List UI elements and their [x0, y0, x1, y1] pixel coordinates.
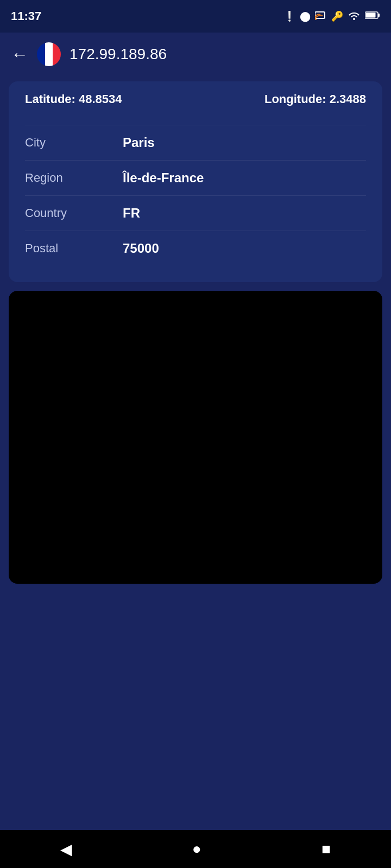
circle-icon: ⬤ [300, 10, 311, 22]
ip-address: 172.99.189.86 [70, 46, 167, 63]
region-row: Region Île-de-France [25, 160, 366, 195]
svg-point-1 [315, 18, 317, 20]
battery-icon [365, 11, 380, 22]
back-button[interactable]: ← [11, 46, 28, 63]
postal-label: Postal [25, 241, 123, 256]
longitude-value: 2.3488 [330, 92, 366, 106]
country-row: Country FR [25, 195, 366, 231]
longitude-label: Longitude: [264, 92, 326, 106]
cast-icon [315, 10, 327, 22]
status-bar: 11:37 ❕ ⬤ 🔑 [0, 0, 391, 33]
status-time: 11:37 [11, 9, 41, 23]
region-label: Region [25, 171, 123, 185]
city-value: Paris [123, 135, 155, 150]
country-label: Country [25, 206, 123, 220]
coords-row: Latitude: 48.8534 Longitude: 2.3488 [25, 92, 366, 112]
postal-value: 75000 [123, 241, 159, 256]
latitude-item: Latitude: 48.8534 [25, 92, 122, 106]
status-icons: ❕ ⬤ 🔑 [283, 10, 380, 23]
info-card: Latitude: 48.8534 Longitude: 2.3488 City… [9, 81, 382, 282]
city-label: City [25, 136, 123, 150]
france-flag-icon [37, 42, 61, 66]
map-area [9, 291, 382, 584]
key-icon: 🔑 [331, 10, 343, 22]
longitude-item: Longitude: 2.3488 [264, 92, 366, 106]
country-value: FR [123, 206, 140, 221]
svg-rect-3 [378, 14, 380, 17]
nav-back-button[interactable]: ◀ [60, 840, 72, 858]
region-value: Île-de-France [123, 170, 204, 186]
header: ← 172.99.189.86 [0, 33, 391, 76]
nav-recents-button[interactable]: ■ [321, 840, 331, 858]
alert-icon: ❕ [283, 10, 295, 22]
postal-row: Postal 75000 [25, 231, 366, 266]
svg-rect-4 [366, 12, 376, 17]
latitude-label: Latitude: [25, 92, 75, 106]
city-row: City Paris [25, 125, 366, 160]
wifi-icon [348, 10, 361, 23]
latitude-value: 48.8534 [79, 92, 122, 106]
nav-bar: ◀ ● ■ [0, 830, 391, 868]
nav-home-button[interactable]: ● [192, 840, 201, 858]
